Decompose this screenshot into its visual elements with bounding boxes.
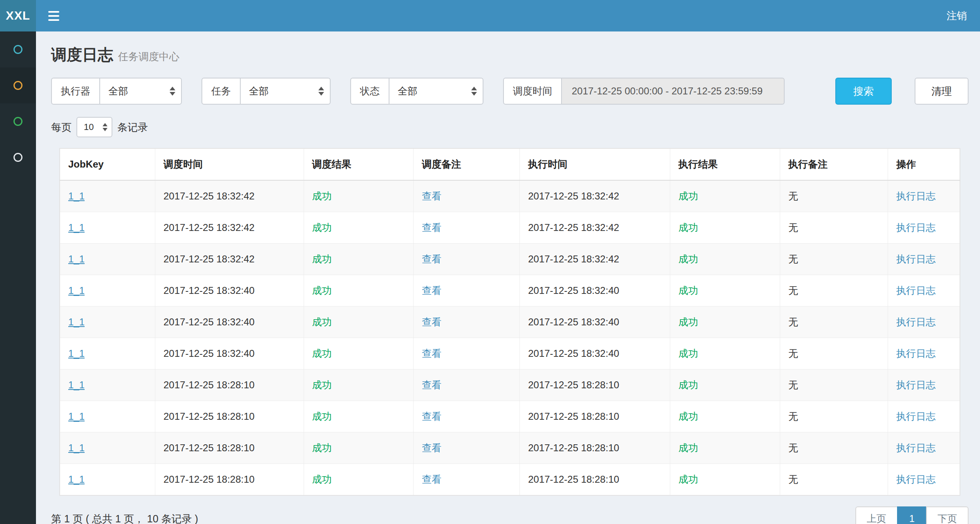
status-select[interactable]: 全部 [389, 78, 483, 105]
table-row: 1_12017-12-25 18:32:42成功查看2017-12-25 18:… [60, 244, 960, 275]
sched-remark-link[interactable]: 查看 [422, 222, 441, 233]
jobkey-link[interactable]: 1_1 [68, 285, 85, 296]
sched-time-cell: 2017-12-25 18:32:40 [163, 348, 255, 359]
hamburger-menu-icon[interactable] [36, 0, 72, 31]
sidebar-item[interactable] [0, 31, 36, 67]
page-size-prefix: 每页 [51, 121, 72, 134]
logout-link[interactable]: 注销 [933, 0, 980, 31]
table-row: 1_12017-12-25 18:32:40成功查看2017-12-25 18:… [60, 275, 960, 307]
exec-log-link[interactable]: 执行日志 [896, 190, 935, 202]
clear-button[interactable]: 清理 [915, 78, 969, 105]
circle-outline-icon [13, 81, 22, 90]
time-range-input[interactable]: 2017-12-25 00:00:00 - 2017-12-25 23:59:5… [562, 78, 785, 105]
exec-remark-cell: 无 [788, 411, 798, 422]
app-logo[interactable]: XXL [0, 0, 36, 31]
table-row: 1_12017-12-25 18:28:10成功查看2017-12-25 18:… [60, 432, 960, 464]
sched-remark-link[interactable]: 查看 [422, 411, 441, 422]
exec-remark-cell: 无 [788, 348, 798, 359]
pagination: 上页 1 下页 [855, 506, 969, 524]
time-filter-group: 调度时间 2017-12-25 00:00:00 - 2017-12-25 23… [503, 78, 785, 105]
sched-time-cell: 2017-12-25 18:28:10 [163, 411, 255, 422]
main-content: 调度日志任务调度中心 执行器 全部 任务 全部 状态 全部 调度时间 [36, 31, 980, 524]
status-filter-group: 状态 全部 [350, 78, 483, 105]
dispatch-log-table: JobKey 调度时间 调度结果 调度备注 执行时间 执行结果 执行备注 操作 … [59, 148, 960, 496]
sched-remark-link[interactable]: 查看 [422, 190, 441, 202]
exec-result-cell: 成功 [678, 474, 698, 485]
exec-result-cell: 成功 [678, 411, 698, 422]
jobkey-link[interactable]: 1_1 [68, 379, 85, 390]
jobkey-link[interactable]: 1_1 [68, 411, 85, 422]
executor-select[interactable]: 全部 [100, 78, 182, 105]
table-row: 1_12017-12-25 18:32:42成功查看2017-12-25 18:… [60, 212, 960, 244]
sidebar-item[interactable] [0, 67, 36, 103]
exec-time-cell: 2017-12-25 18:32:42 [528, 190, 619, 202]
column-header-exec-remark: 执行备注 [780, 148, 888, 180]
table-row: 1_12017-12-25 18:32:42成功查看2017-12-25 18:… [60, 180, 960, 212]
jobkey-link[interactable]: 1_1 [68, 348, 85, 359]
sched-remark-link[interactable]: 查看 [422, 442, 441, 453]
page-subtitle: 任务调度中心 [118, 51, 179, 62]
sched-time-cell: 2017-12-25 18:28:10 [163, 474, 255, 485]
page-size-select[interactable]: 10 [76, 117, 112, 137]
sched-result-cell: 成功 [312, 253, 332, 264]
search-button[interactable]: 搜索 [835, 78, 892, 105]
exec-log-link[interactable]: 执行日志 [896, 411, 935, 422]
jobkey-link[interactable]: 1_1 [68, 190, 85, 202]
sched-remark-link[interactable]: 查看 [422, 474, 441, 485]
next-page-button[interactable]: 下页 [926, 506, 969, 524]
hamburger-bar [48, 11, 59, 13]
sched-result-cell: 成功 [312, 379, 332, 390]
exec-remark-cell: 无 [788, 379, 798, 390]
status-filter-label: 状态 [350, 78, 389, 105]
jobkey-link[interactable]: 1_1 [68, 474, 85, 485]
sched-result-cell: 成功 [312, 442, 332, 453]
sched-remark-link[interactable]: 查看 [422, 348, 441, 359]
jobkey-link[interactable]: 1_1 [68, 222, 85, 233]
exec-time-cell: 2017-12-25 18:32:40 [528, 285, 619, 296]
exec-remark-cell: 无 [788, 316, 798, 327]
filter-bar: 执行器 全部 任务 全部 状态 全部 调度时间 2017-12-25 00:00… [51, 78, 969, 105]
exec-log-link[interactable]: 执行日志 [896, 474, 935, 485]
sidebar-item[interactable] [0, 139, 36, 175]
sched-time-cell: 2017-12-25 18:32:40 [163, 316, 255, 327]
sched-result-cell: 成功 [312, 285, 332, 296]
sched-time-cell: 2017-12-25 18:32:42 [163, 253, 255, 264]
column-header-sched-result: 调度结果 [304, 148, 414, 180]
sched-remark-link[interactable]: 查看 [422, 316, 441, 327]
sched-time-cell: 2017-12-25 18:32:42 [163, 190, 255, 202]
exec-log-link[interactable]: 执行日志 [896, 253, 935, 264]
exec-log-link[interactable]: 执行日志 [896, 285, 935, 296]
top-navbar: XXL 注销 [0, 0, 980, 31]
prev-page-button[interactable]: 上页 [855, 506, 898, 524]
jobkey-link[interactable]: 1_1 [68, 316, 85, 327]
sched-time-cell: 2017-12-25 18:32:42 [163, 222, 255, 233]
sched-result-cell: 成功 [312, 411, 332, 422]
sched-result-cell: 成功 [312, 316, 332, 327]
column-header-sched-remark: 调度备注 [414, 148, 520, 180]
exec-remark-cell: 无 [788, 442, 798, 453]
jobkey-link[interactable]: 1_1 [68, 253, 85, 264]
current-page-button[interactable]: 1 [897, 506, 927, 524]
exec-log-link[interactable]: 执行日志 [896, 222, 935, 233]
page-size-suffix: 条记录 [117, 121, 148, 134]
exec-log-link[interactable]: 执行日志 [896, 379, 935, 390]
exec-result-cell: 成功 [678, 316, 698, 327]
exec-result-cell: 成功 [678, 379, 698, 390]
sched-remark-link[interactable]: 查看 [422, 253, 441, 264]
sched-remark-link[interactable]: 查看 [422, 285, 441, 296]
exec-log-link[interactable]: 执行日志 [896, 442, 935, 453]
exec-remark-cell: 无 [788, 222, 798, 233]
sidebar-item[interactable] [0, 103, 36, 139]
jobkey-link[interactable]: 1_1 [68, 442, 85, 453]
table-row: 1_12017-12-25 18:28:10成功查看2017-12-25 18:… [60, 369, 960, 401]
column-header-exec-time: 执行时间 [520, 148, 670, 180]
job-select[interactable]: 全部 [241, 78, 331, 105]
exec-log-link[interactable]: 执行日志 [896, 316, 935, 327]
page-size-value: 10 [84, 122, 94, 132]
table-row: 1_12017-12-25 18:32:40成功查看2017-12-25 18:… [60, 307, 960, 338]
exec-time-cell: 2017-12-25 18:28:10 [528, 379, 619, 390]
exec-log-link[interactable]: 执行日志 [896, 348, 935, 359]
exec-time-cell: 2017-12-25 18:28:10 [528, 411, 619, 422]
time-filter-label: 调度时间 [503, 78, 562, 105]
sched-remark-link[interactable]: 查看 [422, 379, 441, 390]
